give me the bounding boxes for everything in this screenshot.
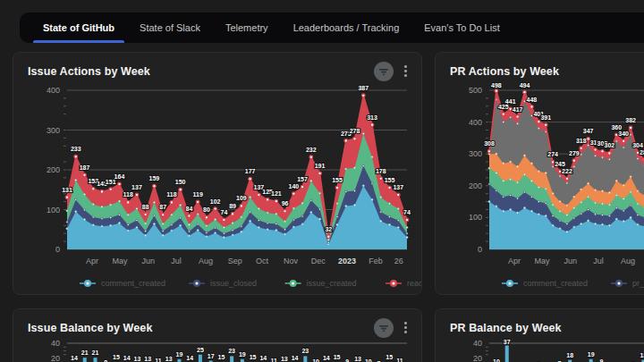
svg-text:Jun: Jun: [142, 257, 156, 265]
svg-text:387: 387: [358, 85, 369, 91]
panel-header: Issue Actions by Week: [13, 53, 421, 80]
svg-text:155: 155: [332, 177, 343, 183]
svg-text:89: 89: [229, 203, 236, 209]
svg-text:245: 245: [555, 161, 565, 167]
svg-text:164: 164: [114, 173, 125, 180]
svg-text:18: 18: [566, 352, 573, 358]
svg-text:300: 300: [47, 126, 60, 135]
svg-text:84: 84: [186, 206, 193, 212]
tab-label: State of GitHub: [43, 22, 114, 33]
issue-balance-chart[interactable]: 4020142121815141313111319142517152319151…: [13, 336, 422, 362]
svg-text:87: 87: [159, 204, 166, 210]
svg-text:304: 304: [632, 142, 643, 148]
dashboard-tab-bar: State of GitHub State of Slack Telemetry…: [20, 13, 644, 43]
panel-pr-actions: PR Actions by Week 010020030040050030849…: [435, 52, 644, 295]
svg-text:17: 17: [208, 353, 215, 359]
svg-text:119: 119: [193, 191, 203, 198]
svg-text:233: 233: [71, 146, 81, 152]
panel-pr-balance: PR Balance by Week 402010374362718319943…: [435, 308, 644, 362]
svg-text:Apr: Apr: [508, 257, 521, 265]
svg-text:300: 300: [469, 149, 482, 158]
svg-text:500: 500: [469, 86, 482, 95]
svg-text:308: 308: [484, 140, 495, 147]
panel-title: Issue Balance by Week: [28, 322, 152, 334]
svg-text:187: 187: [80, 164, 90, 171]
svg-text:391: 391: [540, 114, 551, 121]
filter-icon[interactable]: [374, 62, 394, 81]
svg-text:178: 178: [376, 168, 386, 174]
svg-text:Sep: Sep: [228, 257, 242, 265]
svg-text:Apr: Apr: [86, 257, 98, 265]
svg-text:13: 13: [134, 356, 141, 362]
svg-text:100: 100: [469, 213, 482, 222]
svg-text:40: 40: [473, 339, 482, 348]
pr-balance-chart[interactable]: 4020103743627183199436182538462953748369…: [436, 336, 644, 362]
panel-header: PR Actions by Week: [436, 53, 644, 80]
tab-state-of-slack[interactable]: State of Slack: [127, 13, 213, 43]
svg-text:131: 131: [62, 187, 72, 193]
filter-icon[interactable]: [374, 318, 394, 338]
svg-text:200: 200: [469, 181, 482, 190]
panel-title: PR Balance by Week: [450, 322, 562, 334]
tab-label: Telemetry: [225, 22, 268, 33]
svg-text:9: 9: [345, 358, 349, 362]
svg-text:302: 302: [605, 142, 615, 148]
svg-text:15: 15: [113, 354, 120, 360]
pr-actions-chart[interactable]: 0100200300400500308498425441417494448401…: [436, 80, 644, 295]
svg-text:19: 19: [176, 351, 183, 358]
svg-text:May: May: [112, 257, 128, 265]
svg-text:155: 155: [385, 177, 395, 183]
svg-text:15: 15: [250, 354, 257, 360]
svg-text:issue_created: issue_created: [307, 279, 357, 288]
svg-text:13: 13: [165, 356, 173, 362]
svg-text:23: 23: [301, 348, 309, 354]
svg-text:issue_closed: issue_closed: [210, 279, 257, 288]
panel-header: Issue Balance by Week: [13, 309, 421, 336]
svg-text:comment_created: comment_created: [523, 279, 588, 288]
svg-text:13: 13: [354, 356, 361, 362]
panel-title: Issue Actions by Week: [28, 65, 150, 78]
svg-text:19: 19: [588, 351, 595, 358]
svg-text:Aug: Aug: [199, 257, 213, 265]
svg-text:10: 10: [365, 358, 372, 362]
svg-text:21: 21: [92, 349, 99, 356]
svg-text:0: 0: [55, 245, 60, 254]
tab-telemetry[interactable]: Telemetry: [213, 13, 281, 43]
kebab-menu-icon[interactable]: [402, 320, 409, 335]
svg-text:Feb: Feb: [369, 257, 383, 265]
tab-label: Leaderboards / Tracking: [293, 22, 400, 33]
kebab-menu-icon[interactable]: [402, 63, 409, 79]
svg-text:109: 109: [236, 195, 247, 201]
svg-text:137: 137: [131, 184, 142, 190]
svg-text:400: 400: [469, 118, 482, 127]
svg-text:157: 157: [297, 176, 308, 182]
svg-text:13: 13: [144, 356, 151, 362]
svg-text:279: 279: [569, 150, 580, 156]
tab-evans-to-do-list[interactable]: Evan's To Do List: [411, 13, 512, 43]
panel-title: PR Actions by Week: [450, 65, 559, 78]
svg-text:23: 23: [228, 348, 235, 354]
tab-state-of-github[interactable]: State of GitHub: [30, 13, 127, 43]
svg-text:13: 13: [281, 356, 288, 362]
issue-actions-chart[interactable]: 0100200300400131233187152145151164118137…: [13, 80, 422, 295]
svg-text:177: 177: [245, 168, 256, 174]
svg-text:11: 11: [155, 358, 162, 362]
svg-text:382: 382: [625, 117, 636, 123]
svg-text:232: 232: [306, 147, 317, 153]
svg-text:20: 20: [473, 354, 482, 362]
tab-leaderboards-tracking[interactable]: Leaderboards / Tracking: [281, 13, 412, 43]
svg-text:14: 14: [186, 355, 193, 361]
svg-text:313: 313: [367, 114, 377, 121]
svg-text:18: 18: [640, 352, 644, 358]
svg-text:140: 140: [288, 183, 299, 189]
svg-text:159: 159: [149, 175, 160, 181]
svg-text:pr_closed: pr_closed: [632, 279, 644, 288]
svg-text:15: 15: [334, 354, 341, 360]
svg-text:74: 74: [220, 209, 227, 215]
svg-text:May: May: [534, 257, 550, 265]
svg-text:Oct: Oct: [256, 257, 269, 265]
svg-text:32: 32: [325, 226, 332, 232]
svg-text:Jun: Jun: [564, 257, 578, 265]
svg-text:88: 88: [142, 204, 149, 210]
svg-text:400: 400: [47, 86, 60, 95]
